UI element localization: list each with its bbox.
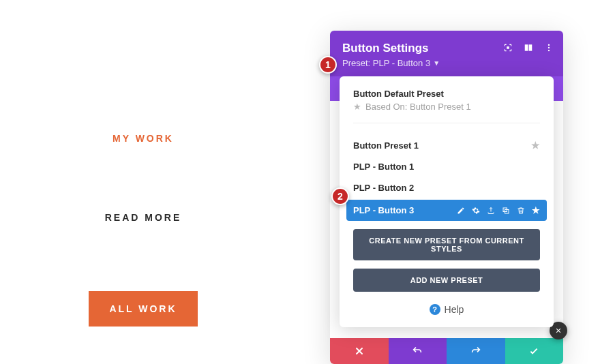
export-icon[interactable] bbox=[487, 207, 495, 215]
preset-item-2[interactable]: PLP - Button 1 bbox=[353, 156, 540, 177]
star-icon: ★ bbox=[353, 102, 361, 112]
help-link[interactable]: ? Help bbox=[353, 304, 540, 315]
close-icon bbox=[354, 346, 365, 357]
my-work-heading: MY WORK bbox=[112, 133, 174, 144]
settings-panel: Button Settings Preset: PLP - Button 3 ▼… bbox=[330, 31, 563, 364]
cancel-button[interactable] bbox=[330, 338, 389, 364]
columns-icon[interactable] bbox=[524, 43, 533, 52]
preset-item-label: Button Preset 1 bbox=[353, 140, 419, 151]
svg-point-5 bbox=[548, 50, 550, 51]
more-vertical-icon[interactable] bbox=[544, 43, 554, 52]
preset-item-label: PLP - Button 2 bbox=[353, 183, 414, 193]
redo-icon bbox=[470, 346, 481, 357]
based-on-line: ★ Based On: Button Preset 1 bbox=[353, 102, 540, 112]
copy-icon[interactable] bbox=[502, 207, 510, 215]
preset-item-label: PLP - Button 1 bbox=[353, 162, 414, 172]
add-preset-button[interactable]: ADD NEW PRESET bbox=[353, 269, 540, 292]
svg-point-4 bbox=[548, 47, 550, 48]
divider bbox=[353, 123, 540, 123]
edit-icon[interactable] bbox=[457, 207, 465, 215]
selected-item-actions: ★ bbox=[457, 207, 540, 215]
header-icon-group bbox=[503, 43, 554, 52]
read-more-link[interactable]: READ MORE bbox=[105, 212, 182, 223]
redo-button[interactable] bbox=[447, 338, 505, 364]
help-icon: ? bbox=[430, 304, 440, 315]
caret-down-icon: ▼ bbox=[433, 59, 440, 67]
preset-item-label: PLP - Button 3 bbox=[353, 205, 414, 215]
default-preset-label[interactable]: Button Default Preset bbox=[353, 89, 540, 99]
preset-item-selected[interactable]: PLP - Button 3 ★ bbox=[346, 200, 547, 221]
check-icon bbox=[528, 346, 539, 357]
preset-item-3[interactable]: PLP - Button 2 bbox=[353, 177, 540, 198]
create-preset-button[interactable]: CREATE NEW PRESET FROM CURRENT STYLES bbox=[353, 229, 540, 260]
svg-rect-2 bbox=[529, 44, 532, 50]
focus-icon[interactable] bbox=[503, 43, 513, 52]
trash-icon[interactable] bbox=[517, 207, 525, 215]
gear-icon[interactable] bbox=[472, 207, 480, 215]
confirm-button[interactable] bbox=[505, 338, 564, 364]
annotation-marker-2: 2 bbox=[331, 187, 349, 205]
based-on-text: Based On: Button Preset 1 bbox=[365, 102, 471, 112]
preset-current-label: Preset: PLP - Button 3 bbox=[342, 58, 430, 68]
undo-button[interactable] bbox=[389, 338, 447, 364]
panel-header: Button Settings Preset: PLP - Button 3 ▼ bbox=[330, 31, 563, 76]
preset-dropdown-menu: Button Default Preset ★ Based On: Button… bbox=[340, 76, 554, 327]
undo-icon bbox=[412, 346, 423, 357]
all-work-button[interactable]: ALL WORK bbox=[89, 291, 197, 327]
preset-item-1[interactable]: Button Preset 1 ★ bbox=[353, 134, 540, 156]
star-icon[interactable]: ★ bbox=[532, 207, 540, 215]
svg-point-3 bbox=[548, 44, 550, 46]
panel-footer-actions bbox=[330, 338, 563, 364]
preset-dropdown-toggle[interactable]: Preset: PLP - Button 3 ▼ bbox=[342, 58, 551, 68]
star-icon[interactable]: ★ bbox=[531, 140, 540, 151]
svg-rect-0 bbox=[507, 47, 509, 48]
help-text: Help bbox=[445, 304, 464, 315]
svg-rect-1 bbox=[525, 44, 528, 50]
annotation-marker-1: 1 bbox=[319, 56, 337, 74]
page-left-column: MY WORK READ MORE ALL WORK bbox=[0, 0, 286, 364]
